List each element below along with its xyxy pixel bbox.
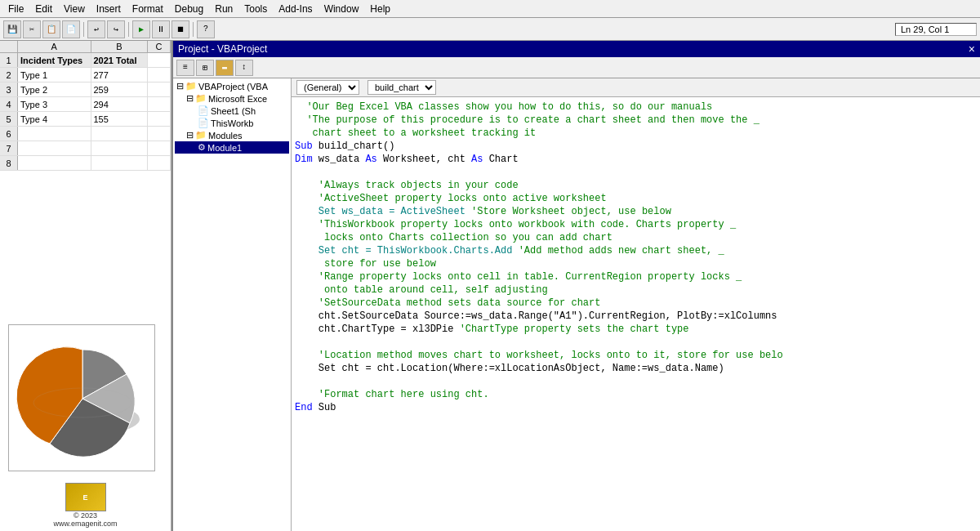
cell-b8[interactable] bbox=[91, 156, 149, 170]
cell-c2[interactable] bbox=[148, 68, 171, 82]
tree-item-module1[interactable]: ⚙ Module1 bbox=[175, 141, 289, 154]
row-num: 3 bbox=[0, 83, 18, 96]
tree-vbaproject-label: VBAProject (VBA bbox=[198, 82, 268, 91]
menu-bar: File Edit View Insert Format Debug Run T… bbox=[0, 0, 980, 18]
tree-item-sheet1[interactable]: 📄 Sheet1 (Sh bbox=[175, 105, 289, 117]
tree-item-vbaproject[interactable]: ⊟ 📁 VBAProject (VBA bbox=[175, 80, 289, 92]
vba-tb-3[interactable]: ▬ bbox=[216, 60, 234, 76]
menu-insert[interactable]: Insert bbox=[91, 2, 126, 16]
cell-a3[interactable]: Type 2 bbox=[18, 83, 91, 96]
tree-item-thisworkbook[interactable]: 📄 ThisWorkb bbox=[175, 117, 289, 129]
code-line bbox=[295, 375, 977, 388]
table-row: 5 Type 4 155 bbox=[0, 112, 171, 127]
tb-help-btn[interactable]: ? bbox=[197, 20, 215, 38]
table-row: 3 Type 2 259 bbox=[0, 83, 171, 97]
tb-save-btn[interactable]: 💾 bbox=[3, 20, 21, 38]
tb-redo-btn[interactable]: ↪ bbox=[107, 20, 125, 38]
tree-modules-minus-icon: ⊟ bbox=[186, 130, 194, 141]
code-line: 'Format chart here using cht. bbox=[295, 388, 977, 401]
excel-shell: File Edit View Insert Format Debug Run T… bbox=[0, 0, 980, 531]
tree-module1-label: Module1 bbox=[207, 143, 242, 153]
vba-split: ⊟ 📁 VBAProject (VBA ⊟ 📁 Microsoft Exce 📄… bbox=[173, 78, 980, 531]
cell-c3[interactable] bbox=[148, 83, 171, 96]
cell-b5[interactable]: 155 bbox=[91, 112, 149, 126]
menu-addins[interactable]: Add-Ins bbox=[274, 2, 317, 16]
vba-close-button[interactable]: × bbox=[969, 42, 975, 56]
code-line: onto table around cell, self adjusting bbox=[295, 283, 977, 297]
cell-b4[interactable]: 294 bbox=[91, 97, 149, 111]
menu-tools[interactable]: Tools bbox=[239, 2, 272, 16]
tb-pause-btn[interactable]: ⏸ bbox=[152, 20, 170, 38]
cell-c1[interactable] bbox=[148, 53, 171, 67]
col-header-num bbox=[0, 41, 18, 52]
cell-a8[interactable] bbox=[18, 156, 91, 170]
menu-file[interactable]: File bbox=[3, 2, 29, 16]
tree-item-msexcel[interactable]: ⊟ 📁 Microsoft Exce bbox=[175, 92, 289, 105]
menu-help[interactable]: Help bbox=[365, 2, 395, 16]
toolbar-sep2 bbox=[128, 22, 129, 37]
code-header: (General) build_chart bbox=[292, 78, 980, 97]
vba-title-label: Project - VBAProject bbox=[178, 43, 267, 55]
code-line bbox=[295, 336, 977, 349]
pie-chart-svg bbox=[9, 325, 155, 471]
menu-debug[interactable]: Debug bbox=[170, 2, 208, 16]
code-line: 'Always track objects in your code bbox=[295, 179, 977, 192]
row-num: 6 bbox=[0, 127, 18, 141]
cell-c5[interactable] bbox=[148, 112, 171, 126]
tree-minus-icon: ⊟ bbox=[186, 93, 194, 104]
code-line: Set cht = cht.Location(Where:=xlLocation… bbox=[295, 362, 977, 375]
toolbar: 💾 ✂ 📋 📄 ↩ ↪ ▶ ⏸ ⏹ ? Ln 29, Col 1 bbox=[0, 18, 980, 41]
row-num: 4 bbox=[0, 97, 18, 111]
cell-a5[interactable]: Type 4 bbox=[18, 112, 91, 126]
cell-c8[interactable] bbox=[148, 156, 171, 170]
code-line: Dim ws_data As Worksheet, cht As Chart bbox=[295, 153, 977, 166]
code-general-dropdown[interactable]: (General) bbox=[296, 80, 359, 95]
vba-tb-scroll[interactable]: ↕ bbox=[235, 60, 253, 76]
tb-run-btn[interactable]: ▶ bbox=[132, 20, 150, 38]
cell-b7[interactable] bbox=[91, 141, 149, 155]
code-proc-dropdown[interactable]: build_chart bbox=[368, 80, 436, 95]
cell-a6[interactable] bbox=[18, 127, 91, 141]
menu-run[interactable]: Run bbox=[210, 2, 238, 16]
row-num: 2 bbox=[0, 68, 18, 82]
tree-item-modules[interactable]: ⊟ 📁 Modules bbox=[175, 129, 289, 141]
cell-c6[interactable] bbox=[148, 127, 171, 141]
vba-toolbar: ≡ ⊞ ▬ ↕ bbox=[173, 57, 980, 78]
tb-stop-btn[interactable]: ⏹ bbox=[172, 20, 189, 38]
cell-b1[interactable]: 2021 Total bbox=[91, 53, 149, 67]
tb-copy-btn[interactable]: 📋 bbox=[42, 20, 60, 38]
cell-b3[interactable]: 259 bbox=[91, 83, 149, 96]
tree-sheet1-label: Sheet1 (Sh bbox=[211, 106, 256, 116]
code-line: chart sheet to a worksheet tracking it bbox=[295, 127, 977, 140]
table-row: 8 bbox=[0, 156, 171, 171]
toolbar-sep3 bbox=[193, 22, 194, 37]
table-row: 6 bbox=[0, 127, 171, 141]
code-line: 'SetSourceData method sets data source f… bbox=[295, 297, 977, 310]
rows-area: 1 Incident Types 2021 Total 2 Type 1 277… bbox=[0, 53, 171, 316]
cell-c7[interactable] bbox=[148, 141, 171, 155]
tree-sheet1-icon: 📄 bbox=[198, 105, 209, 116]
toolbar-sep1 bbox=[83, 22, 84, 37]
tb-undo-btn[interactable]: ↩ bbox=[87, 20, 105, 38]
col-header-b: B bbox=[91, 41, 149, 52]
cell-a4[interactable]: Type 3 bbox=[18, 97, 91, 111]
menu-edit[interactable]: Edit bbox=[30, 2, 57, 16]
tb-paste-btn[interactable]: 📄 bbox=[62, 20, 80, 38]
cell-a7[interactable] bbox=[18, 141, 91, 155]
menu-window[interactable]: Window bbox=[319, 2, 364, 16]
vba-tb-1[interactable]: ≡ bbox=[176, 60, 194, 76]
emagenit-logo-area: E © 2023 www.emagenit.com bbox=[0, 480, 171, 531]
cell-c4[interactable] bbox=[148, 97, 171, 111]
cell-b6[interactable] bbox=[91, 127, 149, 141]
cell-a2[interactable]: Type 1 bbox=[18, 68, 91, 82]
tb-cut-btn[interactable]: ✂ bbox=[23, 20, 41, 38]
menu-format[interactable]: Format bbox=[127, 2, 168, 16]
cell-a1[interactable]: Incident Types bbox=[18, 53, 91, 67]
vba-tb-2[interactable]: ⊞ bbox=[196, 60, 214, 76]
code-body[interactable]: 'Our Beg Excel VBA classes show you how … bbox=[292, 97, 980, 531]
code-line: locks onto Charts collection so you can … bbox=[295, 231, 977, 244]
cell-b2[interactable]: 277 bbox=[91, 68, 149, 82]
vba-editor: Project - VBAProject × ≡ ⊞ ▬ ↕ ⊟ 📁 VBAPr… bbox=[172, 41, 980, 531]
menu-view[interactable]: View bbox=[59, 2, 90, 16]
emagenit-logo-box: E bbox=[65, 483, 106, 511]
